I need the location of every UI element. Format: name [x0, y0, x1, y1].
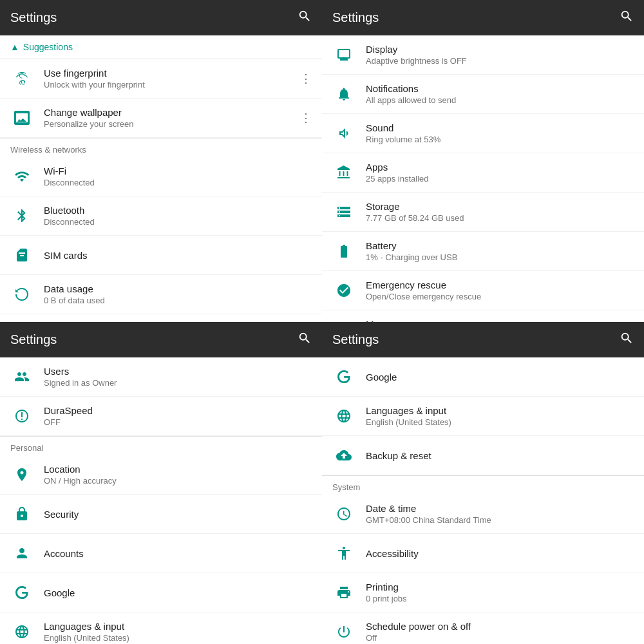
- item-wifi[interactable]: Wi-Fi Disconnected: [0, 157, 322, 196]
- users-subtitle: Signed in as Owner: [44, 378, 312, 388]
- suggestions-header[interactable]: ▲ Suggestions: [0, 35, 322, 59]
- search-button-top-right[interactable]: [620, 9, 634, 26]
- item-change-wallpaper[interactable]: Change wallpaper Personalize your screen…: [0, 99, 322, 138]
- memory-icon: [332, 318, 355, 322]
- languages-subtitle-botright: English (United States): [366, 417, 634, 427]
- language-icon-botright: [332, 404, 355, 428]
- bluetooth-text: Bluetooth Disconnected: [44, 205, 312, 227]
- battery-text: Battery 1% - Charging over USB: [366, 240, 634, 262]
- datetime-subtitle: GMT+08:00 China Standard Time: [366, 515, 634, 525]
- duraspeed-subtitle: OFF: [44, 417, 312, 427]
- duraspeed-text: DuraSpeed OFF: [44, 405, 312, 427]
- item-battery[interactable]: Battery 1% - Charging over USB: [322, 232, 644, 271]
- item-notifications[interactable]: Notifications All apps allowed to send: [322, 75, 644, 114]
- search-button-bot-left[interactable]: [298, 331, 312, 348]
- google-icon-botright: [332, 365, 355, 388]
- panel-bot-left: Settings Users Signed in as Owner DuraSp…: [0, 322, 322, 644]
- item-sim[interactable]: SIM cards: [0, 236, 322, 275]
- sim-text: SIM cards: [44, 250, 312, 261]
- item-apps[interactable]: Apps 25 apps installed: [322, 153, 644, 193]
- sim-title: SIM cards: [44, 250, 312, 261]
- datetime-title: Date & time: [366, 503, 634, 514]
- google-text-botleft: Google: [44, 587, 312, 598]
- fingerprint-more-icon: ⋮: [295, 71, 312, 86]
- data-usage-subtitle: 0 B of data used: [44, 296, 312, 305]
- google-title-botleft: Google: [44, 587, 312, 598]
- sound-title: Sound: [366, 122, 634, 133]
- item-more[interactable]: More: [0, 314, 322, 322]
- item-security[interactable]: Security: [0, 495, 322, 534]
- search-button-top-left[interactable]: [298, 9, 312, 26]
- item-languages-botleft[interactable]: Languages & input English (United States…: [0, 612, 322, 644]
- sound-icon: [332, 122, 355, 145]
- item-languages-botright[interactable]: Languages & input English (United States…: [322, 397, 644, 436]
- display-icon: [332, 43, 355, 66]
- duraspeed-icon: [10, 404, 33, 428]
- wallpaper-text: Change wallpaper Personalize your screen: [44, 107, 295, 129]
- backup-icon-botright: [332, 444, 355, 467]
- data-usage-title: Data usage: [44, 283, 312, 294]
- datetime-text: Date & time GMT+08:00 China Standard Tim…: [366, 503, 634, 525]
- data-usage-text: Data usage 0 B of data used: [44, 283, 312, 305]
- security-text: Security: [44, 509, 312, 520]
- wallpaper-icon: [10, 106, 33, 129]
- notifications-text: Notifications All apps allowed to send: [366, 83, 634, 105]
- item-accessibility[interactable]: Accessibility: [322, 534, 644, 573]
- item-users[interactable]: Users Signed in as Owner: [0, 357, 322, 397]
- battery-icon: [332, 240, 355, 263]
- item-sound[interactable]: Sound Ring volume at 53%: [322, 114, 644, 153]
- title-bot-right: Settings: [332, 332, 379, 347]
- item-google-botleft[interactable]: Google: [0, 573, 322, 612]
- sim-icon: [10, 243, 33, 267]
- storage-subtitle: 7.77 GB of 58.24 GB used: [366, 213, 634, 223]
- languages-title-botright: Languages & input: [366, 405, 634, 416]
- scroll-bot-right: Google Languages & input English (United…: [322, 357, 644, 644]
- duraspeed-title: DuraSpeed: [44, 405, 312, 416]
- schedule-power-icon: [332, 620, 355, 643]
- wallpaper-title: Change wallpaper: [44, 107, 295, 118]
- wallpaper-more-icon: ⋮: [295, 111, 312, 125]
- item-storage[interactable]: Storage 7.77 GB of 58.24 GB used: [322, 193, 644, 232]
- item-memory[interactable]: Memory Avg 1.2 GB of 3.7 GB memory used: [322, 310, 644, 322]
- scroll-top-right: Display Adaptive brightness is OFF Notif…: [322, 35, 644, 322]
- wifi-title: Wi-Fi: [44, 166, 312, 176]
- data-usage-icon: [10, 283, 33, 306]
- accessibility-title: Accessibility: [366, 548, 634, 559]
- memory-title: Memory: [366, 319, 634, 322]
- item-duraspeed[interactable]: DuraSpeed OFF: [0, 397, 322, 436]
- item-datetime[interactable]: Date & time GMT+08:00 China Standard Tim…: [322, 495, 644, 534]
- item-backup-botright[interactable]: Backup & reset: [322, 436, 644, 475]
- emergency-icon: [332, 279, 355, 302]
- accounts-icon: [10, 542, 33, 565]
- accounts-text: Accounts: [44, 548, 312, 559]
- emergency-subtitle: Open/Close emergency rescue: [366, 292, 634, 301]
- users-icon: [10, 365, 33, 388]
- scroll-top-left: ▲ Suggestions Use fingerprint Unlock wit…: [0, 35, 322, 322]
- item-bluetooth[interactable]: Bluetooth Disconnected: [0, 196, 322, 236]
- location-subtitle: ON / High accuracy: [44, 476, 312, 486]
- datetime-icon: [332, 502, 355, 526]
- title-top-left: Settings: [10, 10, 57, 25]
- location-title: Location: [44, 464, 312, 475]
- wallpaper-subtitle: Personalize your screen: [44, 119, 295, 129]
- item-display[interactable]: Display Adaptive brightness is OFF: [322, 35, 644, 75]
- item-emergency[interactable]: Emergency rescue Open/Close emergency re…: [322, 271, 644, 310]
- storage-title: Storage: [366, 201, 634, 212]
- sound-text: Sound Ring volume at 53%: [366, 122, 634, 144]
- bluetooth-title: Bluetooth: [44, 205, 312, 216]
- item-data-usage[interactable]: Data usage 0 B of data used: [0, 275, 322, 314]
- item-google-botright[interactable]: Google: [322, 357, 644, 397]
- printing-icon: [332, 581, 355, 604]
- notifications-icon: [332, 82, 355, 106]
- item-schedule-power[interactable]: Schedule power on & off Off: [322, 612, 644, 644]
- item-location[interactable]: Location ON / High accuracy: [0, 455, 322, 495]
- notifications-subtitle: All apps allowed to send: [366, 95, 634, 105]
- item-accounts[interactable]: Accounts: [0, 534, 322, 573]
- search-button-bot-right[interactable]: [620, 331, 634, 348]
- item-use-fingerprint[interactable]: Use fingerprint Unlock with your fingerp…: [0, 59, 322, 99]
- item-printing[interactable]: Printing 0 print jobs: [322, 573, 644, 612]
- bluetooth-icon: [10, 204, 33, 227]
- wifi-subtitle: Disconnected: [44, 178, 312, 187]
- apps-subtitle: 25 apps installed: [366, 174, 634, 184]
- languages-title-botleft: Languages & input: [44, 621, 312, 632]
